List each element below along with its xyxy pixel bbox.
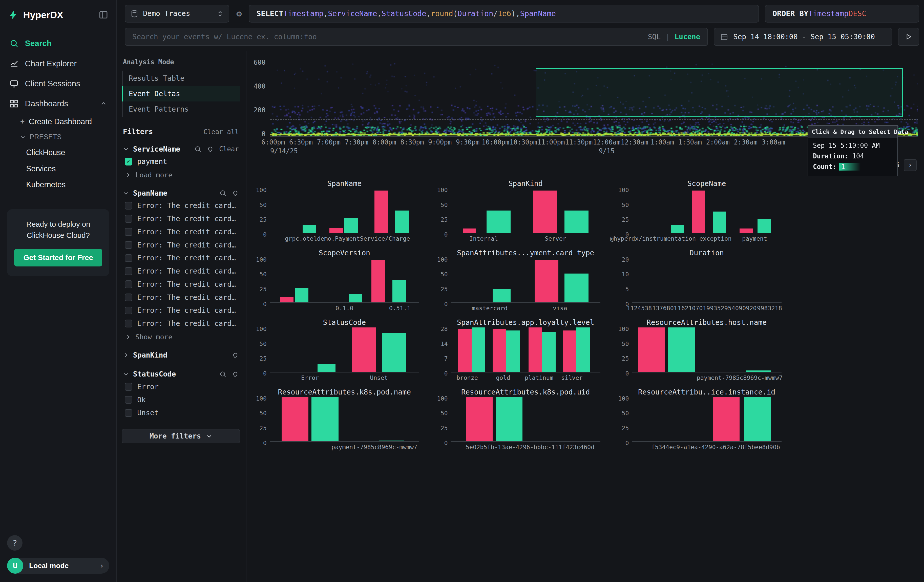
get-started-button[interactable]: Get Started for Free [14,249,102,267]
y-tick-label: 50 [260,410,267,417]
mini-chart-scopename[interactable]: ScopeName10050250@hyperdx/instrumentatio… [612,180,782,243]
user-avatar[interactable]: U [7,558,23,574]
help-button[interactable]: ? [7,535,23,551]
nav-item-chart-explorer[interactable]: Chart Explorer [0,53,116,73]
sql-token: SpanName [520,9,556,18]
filter-value-label: Ok [137,396,146,404]
pin-icon[interactable] [232,371,239,378]
pin-icon[interactable] [232,190,239,196]
mini-chart-scopeversion[interactable]: ScopeVersion100502500.1.00.51.1 [250,249,419,312]
filter-checkbox-row[interactable]: Error: The credit card (… [122,212,240,226]
checkbox[interactable] [125,307,133,315]
filter-checkbox-row[interactable]: Error [122,380,240,393]
analysis-option-event-patterns[interactable]: Event Patterns [122,101,240,117]
filter-checkbox-row[interactable]: Error: The credit card (… [122,278,240,291]
checkbox[interactable] [125,409,133,417]
source-settings-gear-icon[interactable]: ⚙ [235,8,243,19]
filter-checkbox-row[interactable]: Error: The credit card (… [122,226,240,239]
green-bar [344,218,358,233]
filter-group-header[interactable]: ServiceNameClear [122,143,240,155]
checkbox[interactable] [125,396,133,404]
preset-kubernetes[interactable]: Kubernetes [0,176,116,193]
filter-checkbox-row[interactable]: Error: The credit card (… [122,317,240,330]
promo-text-line1: Ready to deploy on [14,219,102,230]
analysis-option-results-table[interactable]: Results Table [122,71,240,86]
more-filters-button[interactable]: More filters [122,429,240,443]
checkbox[interactable] [125,293,133,302]
search-icon[interactable] [194,145,201,153]
checkbox[interactable] [125,228,133,236]
checkbox[interactable] [125,241,133,249]
filter-group-header[interactable]: SpanName [122,187,240,199]
checkbox[interactable] [125,280,133,288]
filter-checkbox-row[interactable]: Error: The credit card (… [122,304,240,317]
mini-chart-resourceattribu-ice-instance-id[interactable]: ResourceAttribu..ice.instance.id10050250… [612,388,782,452]
mini-chart-spanname[interactable]: SpanName10050250grpc.oteldemo.PaymentSer… [250,180,419,243]
checkbox[interactable] [125,254,133,262]
load-more-button[interactable]: Load more [122,168,240,180]
filter-group-header[interactable]: StatusCode [122,368,240,380]
preset-clickhouse[interactable]: ClickHouse [0,145,116,160]
toggle-sql[interactable]: SQL [648,33,661,41]
filter-checkbox-row[interactable]: Unset [122,406,240,420]
filter-value-label: Error: The credit card (… [137,280,239,289]
mini-chart-spankind[interactable]: SpanKind10050250InternalServer [431,180,601,243]
analysis-option-event-deltas[interactable]: Event Deltas [122,86,240,101]
search-icon[interactable] [219,190,226,196]
run-query-button[interactable] [898,28,919,46]
filter-checkbox-row[interactable]: Error: The credit card (… [122,252,240,265]
filters-panel: Analysis Mode Results Table Event Deltas… [117,51,246,582]
mini-chart-spanattributes-app-loyalty-level[interactable]: SpanAttributes.app.loyalty.level281470br… [431,318,601,382]
mini-chart-statuscode[interactable]: StatusCode10050250ErrorUnset [250,318,419,382]
toggle-lucene[interactable]: Lucene [675,33,700,41]
date-range-picker[interactable]: Sep 14 18:00:00 - Sep 15 05:30:00 [714,28,892,46]
heatmap-plot[interactable] [270,59,918,137]
clear-all-filters-button[interactable]: Clear all [203,128,239,136]
nav-item-search[interactable]: Search [0,33,116,53]
filter-checkbox-row[interactable]: Error: The credit card (… [122,265,240,278]
next-page-button[interactable]: › [904,159,917,171]
checkbox[interactable] [125,215,133,223]
clear-group-button[interactable]: Clear [219,145,239,153]
mini-chart-resourceattributes-k8s-pod-name[interactable]: ResourceAttributes.k8s.pod.name10050250p… [250,388,419,452]
filter-checkbox-row[interactable]: Error: The credit card (… [122,238,240,252]
sidebar-collapse-icon[interactable] [99,10,108,20]
source-select[interactable]: Demo Traces [125,5,229,23]
mini-chart-spanattributes-yment-card-type[interactable]: SpanAttributes...yment.card_type10050250… [431,249,601,312]
filter-checkbox-row[interactable]: Error: The credit card (… [122,199,240,212]
heatmap-selection-region[interactable] [536,68,903,117]
presets-toggle[interactable]: PRESETS [0,130,116,145]
checkbox[interactable]: ✓ [125,158,133,165]
chevron-up-icon [100,100,107,107]
mini-chart-resourceattributes-host-name[interactable]: ResourceAttributes.host.name10050250paym… [612,318,782,382]
order-by-editor[interactable]: ORDER BY Timestamp DESC [765,5,919,23]
x-tick-label: platinum [525,374,553,381]
checkbox[interactable] [125,320,133,327]
search-input[interactable] [132,33,642,41]
nav-item-client-sessions[interactable]: Client Sessions [0,74,116,94]
local-mode-pill[interactable]: U Local mode › [7,558,109,574]
nav-item-dashboards[interactable]: Dashboards [0,94,116,114]
pink-bar [458,329,472,372]
checkbox[interactable] [125,267,133,275]
pin-icon[interactable] [232,352,239,359]
filter-checkbox-row[interactable]: Ok [122,393,240,406]
create-dashboard-button[interactable]: + Create Dashboard [0,114,116,130]
x-tick-label: 9:30pm [456,138,479,146]
filter-group-header[interactable]: SpanKind [122,349,240,361]
filter-checkbox-row[interactable]: ✓payment [122,155,240,168]
x-tick-label: 6:00pm [261,138,285,146]
y-tick-label: 50 [622,340,629,348]
show-more-button[interactable]: Show more [122,330,240,342]
filter-checkbox-row[interactable]: Error: The credit card (… [122,291,240,304]
checkbox[interactable] [125,383,133,391]
checkbox[interactable] [125,202,133,210]
preset-services[interactable]: Services [0,161,116,176]
pin-icon[interactable] [207,145,214,153]
mini-chart-duration[interactable]: Duration20105011245381376801162107019935… [612,249,782,312]
mini-chart-resourceattributes-k8s-pod-uid[interactable]: ResourceAttributes.k8s.pod.uid100502505e… [431,388,601,452]
sql-select-editor[interactable]: SELECT Timestamp, ServiceName, StatusCod… [249,5,759,23]
x-tick-label: 6:30pm [289,138,313,146]
search-icon[interactable] [219,371,226,378]
y-tick-label: 200 [254,106,266,114]
